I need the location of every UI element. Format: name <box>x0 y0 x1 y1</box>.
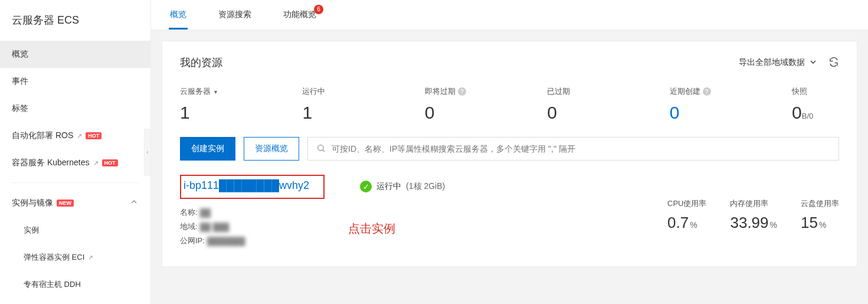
metric-value: 15% <box>801 214 839 232</box>
sidebar-item-overview[interactable]: 概览 <box>0 41 150 68</box>
tab-feature-overview[interactable]: 功能概览 6 <box>282 0 317 30</box>
stat-label: 即将过期 <box>425 86 456 97</box>
chevron-down-icon[interactable]: ▾ <box>214 89 217 95</box>
sidebar: 云服务器 ECS 概览 事件 标签 自动化部署 ROS ↗ HOT 容器服务 K… <box>0 0 151 304</box>
sidebar-item-kubernetes[interactable]: 容器服务 Kubernetes ↗ HOT <box>0 149 150 176</box>
tab-label: 概览 <box>170 9 186 19</box>
create-instance-button[interactable]: 创建实例 <box>180 137 235 161</box>
stat-label: 云服务器 <box>180 86 211 97</box>
hot-badge: HOT <box>102 159 118 166</box>
metric-memory: 内存使用率 33.99% <box>730 198 777 232</box>
sidebar-item-label: 自动化部署 ROS <box>12 130 73 141</box>
stat-value: 1 <box>180 103 302 123</box>
instance-status: ✓ 运行中 (1核 2GiB) <box>360 181 445 192</box>
card-actions: 导出全部地域数据 <box>739 57 839 69</box>
metric-value: 33.99% <box>730 214 777 232</box>
sidebar-item-tags[interactable]: 标签 <box>0 95 150 122</box>
sidebar-item-label: 容器服务 Kubernetes <box>12 158 90 168</box>
instance-metrics: CPU使用率 0.7% 内存使用率 33.99% 云盘使用率 15% <box>667 198 839 232</box>
resource-overview-button[interactable]: 资源概览 <box>244 137 299 161</box>
external-link-icon: ↗ <box>93 159 99 167</box>
sidebar-item-label: 专有宿主机 DDH <box>24 279 81 290</box>
metric-disk: 云盘使用率 15% <box>801 198 839 232</box>
sidebar-group-instances[interactable]: 实例与镜像 NEW <box>0 189 150 217</box>
external-link-icon: ↗ <box>88 254 93 261</box>
new-badge: NEW <box>57 200 74 207</box>
sidebar-item-ros[interactable]: 自动化部署 ROS ↗ HOT <box>0 122 150 149</box>
instance-info: i-bp111████████wvhy2 名称: ██ 地域: ██ ███ 公… <box>180 175 325 250</box>
sidebar-item-label: 事件 <box>12 76 28 87</box>
refresh-button[interactable] <box>828 57 839 69</box>
sidebar-item-ddh[interactable]: 专有宿主机 DDH <box>0 271 150 298</box>
spec-text: (1核 2GiB) <box>406 181 445 192</box>
metric-label: 云盘使用率 <box>801 198 839 209</box>
help-icon[interactable]: ? <box>458 87 466 96</box>
instance-row: i-bp111████████wvhy2 名称: ██ 地域: ██ ███ 公… <box>180 175 839 250</box>
help-icon[interactable]: ? <box>703 87 711 96</box>
card-header: 我的资源 导出全部地域数据 <box>180 55 839 70</box>
stat-value[interactable]: 0 <box>670 103 792 123</box>
instance-id-link[interactable]: i-bp111████████wvhy2 <box>184 179 309 191</box>
tab-label: 功能概览 <box>283 9 316 19</box>
search-icon <box>316 143 326 155</box>
notification-badge: 6 <box>314 5 323 14</box>
sidebar-item-instances[interactable]: 实例 <box>0 217 150 244</box>
stat-label: 快照 <box>792 86 807 97</box>
stat-label: 运行中 <box>302 86 325 97</box>
sidebar-group-label: 实例与镜像 <box>12 198 53 208</box>
status-text: 运行中 <box>376 181 401 192</box>
export-label: 导出全部地域数据 <box>739 57 805 68</box>
metric-value: 0.7% <box>667 214 706 232</box>
hot-badge: HOT <box>86 132 101 139</box>
stat-expiring: 即将过期? 0 <box>425 86 547 123</box>
action-row: 创建实例 资源概览 <box>180 137 839 161</box>
stat-value: 0 <box>425 103 547 123</box>
stats-row: 云服务器▾ 1 运行中 1 即将过期? 0 已过期 0 近期创建? 0 <box>180 86 839 123</box>
instance-name: 名称: ██ <box>180 207 325 218</box>
sidebar-item-eci[interactable]: 弹性容器实例 ECI ↗ <box>0 244 150 271</box>
sidebar-item-label: 弹性容器实例 ECI <box>24 252 84 263</box>
content: 我的资源 导出全部地域数据 云服务器▾ 1 <box>151 30 868 304</box>
stat-recent: 近期创建? 0 <box>670 86 792 123</box>
tab-label: 资源搜索 <box>218 9 251 19</box>
check-circle-icon: ✓ <box>360 181 372 192</box>
search-input[interactable] <box>326 138 830 159</box>
svg-point-0 <box>318 145 323 150</box>
resources-card: 我的资源 导出全部地域数据 云服务器▾ 1 <box>162 41 857 267</box>
instance-public-ip: 公网IP: ███████ <box>180 236 325 246</box>
metric-label: 内存使用率 <box>730 198 777 209</box>
stat-value: 0 <box>547 103 669 123</box>
stat-value: 0B/0 <box>792 103 839 123</box>
sidebar-item-label: 实例 <box>24 225 39 236</box>
tab-resource-search[interactable]: 资源搜索 <box>217 0 253 30</box>
chevron-up-icon <box>129 197 139 208</box>
stat-label: 已过期 <box>547 86 570 97</box>
sidebar-item-label: 概览 <box>12 49 28 60</box>
stat-running: 运行中 1 <box>302 86 424 123</box>
metric-label: CPU使用率 <box>667 198 706 209</box>
stat-servers: 云服务器▾ 1 <box>180 86 302 123</box>
card-title: 我的资源 <box>180 55 222 70</box>
instance-region: 地域: ██ ███ <box>180 221 325 232</box>
sidebar-item-label: 标签 <box>12 103 28 114</box>
sidebar-collapse-handle[interactable]: ‹ <box>144 129 151 176</box>
instance-left: i-bp111████████wvhy2 名称: ██ 地域: ██ ███ 公… <box>180 175 445 250</box>
annotation-text: 点击实例 <box>348 221 445 237</box>
tab-overview[interactable]: 概览 <box>169 0 188 30</box>
external-link-icon: ↗ <box>77 132 82 140</box>
chevron-down-icon <box>808 57 818 68</box>
main: 概览 资源搜索 功能概览 6 我的资源 导出全部地域数据 <box>151 0 868 304</box>
stat-value: 1 <box>302 103 424 123</box>
sidebar-title: 云服务器 ECS <box>0 0 150 41</box>
stat-snapshot: 快照 0B/0 <box>792 86 839 123</box>
sidebar-item-events[interactable]: 事件 <box>0 68 150 95</box>
metric-cpu: CPU使用率 0.7% <box>667 198 706 232</box>
export-all-regions[interactable]: 导出全部地域数据 <box>739 57 818 68</box>
top-tabs: 概览 资源搜索 功能概览 6 <box>151 0 868 30</box>
stat-expired: 已过期 0 <box>547 86 669 123</box>
annotation-block: ✓ 运行中 (1核 2GiB) 点击实例 <box>360 175 445 250</box>
search-box[interactable] <box>307 137 839 161</box>
divider <box>12 182 139 183</box>
instance-id-highlight: i-bp111████████wvhy2 <box>180 175 325 199</box>
stat-label: 近期创建 <box>670 86 700 97</box>
